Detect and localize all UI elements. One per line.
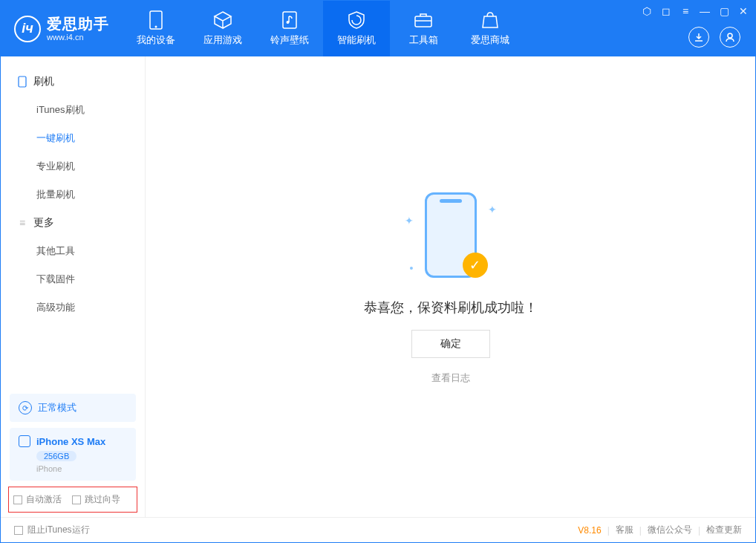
cube-icon (213, 10, 232, 30)
auto-activate-checkbox[interactable]: 自动激活 (13, 493, 62, 506)
nav-tab-ringtone[interactable]: 铃声壁纸 (256, 1, 323, 56)
skip-guide-checkbox[interactable]: 跳过向导 (72, 493, 120, 506)
app-header: iч 爱思助手 www.i4.cn 我的设备 应用游戏 铃声壁纸 智能刷机 工具… (1, 1, 755, 56)
nav-tabs: 我的设备 应用游戏 铃声壁纸 智能刷机 工具箱 爱思商城 (123, 1, 524, 56)
check-badge-icon: ✓ (463, 253, 488, 278)
main-content: ✦ ✦ • ✓ 恭喜您，保资料刷机成功啦！ 确定 查看日志 (146, 56, 755, 517)
nav-tab-device[interactable]: 我的设备 (123, 1, 189, 56)
section-more: ≡ 更多 (1, 209, 145, 237)
device-icon (146, 10, 166, 30)
storage-badge: 256GB (36, 451, 76, 461)
mode-card[interactable]: ⟳ 正常模式 (10, 394, 136, 422)
svg-rect-2 (283, 12, 296, 28)
section-flash: 刷机 (1, 68, 145, 96)
device-card[interactable]: iPhone XS Max 256GB iPhone (10, 428, 136, 481)
download-icon[interactable] (688, 27, 709, 48)
user-icon[interactable] (720, 27, 740, 48)
footer-link-wechat[interactable]: 微信公众号 (648, 524, 692, 536)
device-type: iPhone (36, 464, 127, 473)
nav-label: 工具箱 (409, 33, 438, 47)
success-illustration: ✦ ✦ • ✓ (391, 189, 510, 285)
ok-button[interactable]: 确定 (411, 330, 490, 358)
footer-link-support[interactable]: 客服 (616, 524, 633, 536)
success-message: 恭喜您，保资料刷机成功啦！ (364, 299, 538, 316)
footer-link-update[interactable]: 检查更新 (706, 524, 742, 536)
sparkle-icon: • (410, 262, 414, 274)
close-icon[interactable]: ✕ (737, 5, 749, 17)
sidebar-item-pro[interactable]: 专业刷机 (1, 152, 145, 181)
nav-label: 我的设备 (137, 33, 175, 47)
svg-point-3 (287, 21, 290, 24)
minimize-icon[interactable]: — (699, 5, 711, 17)
toolbox-icon (414, 10, 433, 30)
sidebar-item-other[interactable]: 其他工具 (1, 237, 145, 265)
nav-label: 应用游戏 (203, 33, 242, 47)
list-icon: ≡ (17, 218, 27, 228)
svg-rect-4 (415, 16, 431, 27)
nav-tab-flash[interactable]: 智能刷机 (323, 1, 390, 56)
app-title: 爱思助手 (47, 15, 109, 33)
svg-point-1 (155, 26, 157, 28)
sidebar-item-oneclick[interactable]: 一键刷机 (1, 124, 145, 152)
menu-icon[interactable]: ≡ (680, 5, 691, 17)
app-subtitle: www.i4.cn (47, 33, 109, 42)
music-icon (280, 10, 299, 30)
nav-tab-apps[interactable]: 应用游戏 (189, 1, 256, 56)
sidebar: 刷机 iTunes刷机 一键刷机 专业刷机 批量刷机 ≡ 更多 其他工具 下载固… (1, 56, 146, 517)
block-itunes-checkbox[interactable]: 阻止iTunes运行 (14, 524, 90, 536)
tshirt-icon[interactable]: ⬡ (641, 5, 653, 17)
mode-label: 正常模式 (38, 401, 76, 414)
device-name: iPhone XS Max (36, 436, 105, 447)
window-controls: ⬡ ◻ ≡ — ▢ ✕ (641, 5, 749, 17)
section-title: 更多 (33, 216, 54, 230)
logo-area: iч 爱思助手 www.i4.cn (1, 15, 123, 42)
feedback-icon[interactable]: ◻ (660, 5, 672, 17)
device-icon (19, 435, 30, 447)
section-title: 刷机 (33, 75, 54, 88)
bag-icon (480, 10, 500, 30)
version-label: V8.16 (578, 525, 601, 536)
footer: 阻止iTunes运行 V8.16 | 客服 | 微信公众号 | 检查更新 (1, 517, 755, 542)
view-log-link[interactable]: 查看日志 (431, 371, 470, 385)
svg-rect-6 (19, 77, 26, 87)
sidebar-item-batch[interactable]: 批量刷机 (1, 181, 145, 209)
sparkle-icon: ✦ (488, 204, 497, 215)
nav-label: 爱思商城 (471, 33, 509, 47)
nav-label: 智能刷机 (337, 33, 376, 47)
nav-tab-tools[interactable]: 工具箱 (390, 1, 457, 56)
phone-icon (17, 77, 27, 87)
sparkle-icon: ✦ (405, 215, 414, 227)
app-logo-icon: iч (14, 16, 41, 42)
options-row: 自动激活 跳过向导 (8, 487, 137, 513)
sidebar-item-advanced[interactable]: 高级功能 (1, 293, 145, 322)
svg-point-5 (728, 33, 732, 38)
mode-icon: ⟳ (19, 401, 32, 414)
shield-icon (347, 10, 366, 30)
nav-label: 铃声壁纸 (270, 33, 309, 47)
header-actions (688, 27, 740, 48)
maximize-icon[interactable]: ▢ (718, 5, 730, 17)
sidebar-item-itunes[interactable]: iTunes刷机 (1, 96, 145, 124)
sidebar-item-firmware[interactable]: 下载固件 (1, 265, 145, 293)
nav-tab-store[interactable]: 爱思商城 (457, 1, 524, 56)
